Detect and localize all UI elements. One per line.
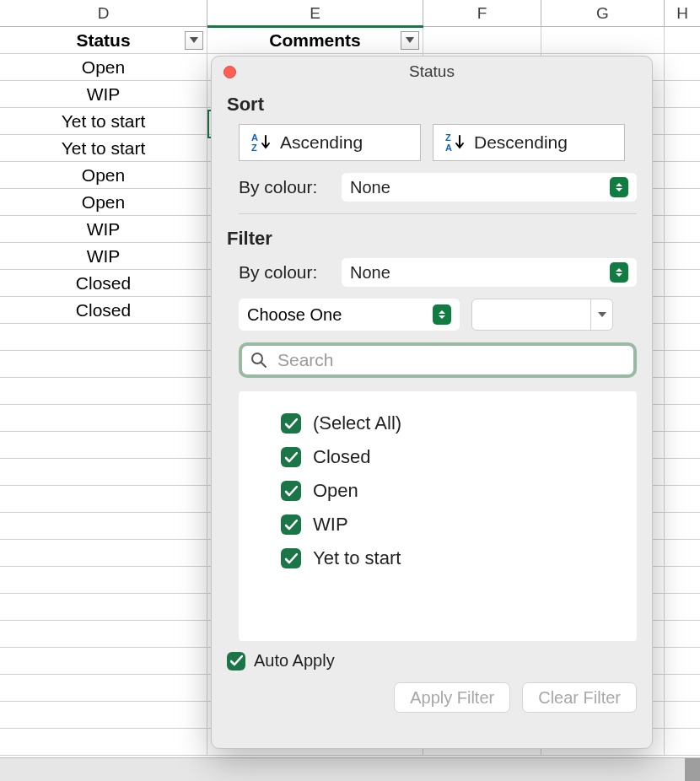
search-icon [250, 352, 267, 369]
cell-header-comments[interactable]: Comments [207, 27, 423, 53]
cell[interactable]: Closed [0, 270, 207, 296]
filter-dropdown-icon[interactable] [401, 31, 419, 50]
horizontal-scrollbar-area[interactable] [0, 757, 700, 781]
check-item-label: Closed [313, 446, 370, 468]
checkbox-checked-icon[interactable] [281, 548, 301, 568]
svg-line-4 [261, 363, 266, 367]
close-icon[interactable] [223, 66, 236, 78]
divider [239, 213, 637, 214]
svg-marker-0 [190, 37, 198, 43]
filter-dropdown-icon[interactable] [185, 31, 203, 50]
cell[interactable] [665, 243, 700, 269]
check-item-open[interactable]: Open [281, 474, 622, 508]
sort-heading: Sort [227, 94, 637, 116]
cell[interactable] [665, 270, 700, 296]
stepper-icon [610, 177, 628, 197]
auto-apply-label: Auto Apply [254, 651, 335, 671]
checkbox-checked-icon[interactable] [227, 652, 245, 671]
sort-descending-button[interactable]: ZA Descending [433, 124, 625, 161]
svg-point-3 [252, 353, 262, 364]
svg-marker-1 [406, 37, 414, 43]
button-label: Ascending [280, 132, 363, 153]
cell-header-status[interactable]: Status [0, 27, 207, 53]
cell-text: Status [76, 30, 130, 50]
select-value: Choose One [247, 305, 342, 325]
chevron-down-icon[interactable] [590, 299, 612, 330]
sort-descending-icon: ZA [445, 133, 466, 152]
cell[interactable] [665, 54, 700, 80]
cell[interactable] [665, 27, 700, 53]
check-item-closed[interactable]: Closed [281, 440, 622, 474]
filter-heading: Filter [227, 228, 637, 250]
search-input[interactable] [276, 349, 625, 371]
checkbox-checked-icon[interactable] [281, 481, 301, 501]
cell-text: Comments [269, 30, 361, 50]
cell[interactable] [665, 162, 700, 188]
stepper-icon [433, 304, 451, 325]
check-item-label: WIP [313, 514, 348, 536]
check-item-yet-to-start[interactable]: Yet to start [281, 541, 622, 575]
cell[interactable] [541, 27, 665, 53]
search-field-container [239, 342, 637, 378]
combo-text[interactable] [472, 299, 590, 330]
column-header-G[interactable]: G [541, 0, 665, 26]
cell[interactable]: Yet to start [0, 108, 207, 134]
stepper-icon [610, 262, 628, 283]
sort-ascending-icon: AZ [251, 133, 272, 152]
active-column-indicator [207, 25, 423, 28]
clear-filter-button[interactable]: Clear Filter [522, 682, 637, 713]
check-item-label: Open [313, 480, 358, 502]
by-colour-label: By colour: [239, 177, 328, 197]
select-value: None [350, 263, 390, 283]
column-header-H[interactable]: H [665, 0, 700, 26]
cell[interactable] [665, 216, 700, 242]
filter-by-colour-label: By colour: [239, 262, 328, 283]
column-header-E[interactable]: E [207, 0, 423, 26]
check-item-label: Yet to start [313, 547, 401, 569]
cell[interactable]: WIP [0, 216, 207, 242]
cell[interactable]: Closed [0, 297, 207, 323]
filter-condition-select[interactable]: Choose One [239, 299, 460, 331]
cell[interactable] [665, 135, 700, 161]
cell[interactable]: WIP [0, 243, 207, 269]
apply-filter-button[interactable]: Apply Filter [394, 682, 510, 713]
checkbox-checked-icon[interactable] [281, 447, 301, 467]
checkbox-checked-icon[interactable] [281, 514, 301, 535]
auto-apply-row[interactable]: Auto Apply [227, 651, 637, 671]
check-item-wip[interactable]: WIP [281, 508, 622, 541]
checkbox-checked-icon[interactable] [281, 413, 301, 434]
scrollbar-thumb[interactable] [685, 758, 700, 781]
cell[interactable] [665, 297, 700, 323]
sort-by-colour-select[interactable]: None [342, 173, 637, 202]
cell[interactable]: Open [0, 54, 207, 80]
popup-titlebar[interactable]: Status [212, 57, 652, 87]
column-headers: D E F G H [0, 0, 700, 27]
cell[interactable]: WIP [0, 81, 207, 107]
filter-checklist: (Select All) Closed Open [239, 391, 637, 641]
column-header-F[interactable]: F [423, 0, 541, 26]
svg-marker-2 [598, 312, 606, 317]
cell[interactable] [665, 189, 700, 215]
popup-title: Status [409, 62, 455, 80]
check-item-select-all[interactable]: (Select All) [281, 407, 622, 440]
autofilter-popup: Status Sort AZ Ascending ZA Descendi [211, 56, 653, 749]
table-row: Status Comments [0, 27, 700, 54]
button-label: Descending [474, 132, 568, 153]
cell[interactable]: Open [0, 162, 207, 188]
cell[interactable]: Yet to start [0, 135, 207, 161]
cell[interactable] [423, 27, 541, 53]
sort-ascending-button[interactable]: AZ Ascending [239, 124, 421, 161]
cell[interactable] [665, 81, 700, 107]
filter-by-colour-select[interactable]: None [342, 258, 637, 287]
filter-value-combo[interactable] [471, 299, 613, 331]
check-item-label: (Select All) [313, 412, 401, 434]
cell[interactable] [665, 108, 700, 134]
cell[interactable]: Open [0, 189, 207, 215]
column-header-D[interactable]: D [0, 0, 207, 26]
select-value: None [350, 178, 390, 197]
